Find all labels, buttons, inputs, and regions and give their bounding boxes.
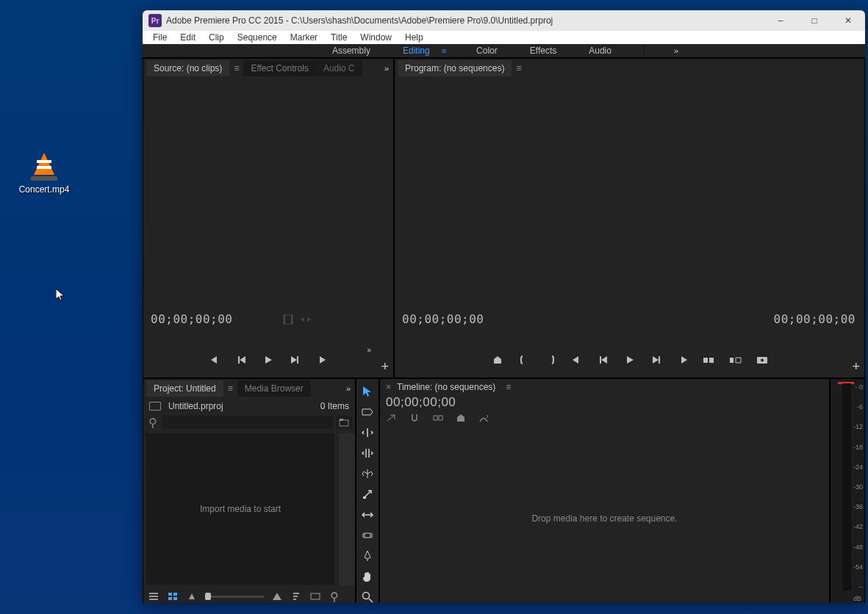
program-add-marker-button[interactable] [491,353,504,366]
sort-button[interactable] [290,590,302,602]
source-step-back-button[interactable] [235,353,248,366]
project-search-input[interactable] [162,416,333,429]
tab-source[interactable]: Source: (no clips) [146,60,229,76]
snap-icon[interactable] [409,413,420,423]
menu-title[interactable]: Title [325,31,353,44]
program-timecode-left[interactable]: 00;00;00;00 [402,312,484,326]
svg-rect-17 [363,496,366,499]
source-transport [143,347,393,373]
tab-effect-controls[interactable]: Effect Controls [243,60,315,76]
source-timecode[interactable]: 00;00;00;00 [151,312,232,326]
program-extract-button[interactable] [729,353,742,366]
slip-tool[interactable] [359,507,376,523]
drag-video-only-icon[interactable] [283,314,293,325]
menu-help[interactable]: Help [399,31,429,44]
tab-audio-clip-mixer[interactable]: Audio C [316,60,362,76]
program-play-button[interactable] [623,353,636,366]
program-step-back-button[interactable] [597,353,610,366]
timeline-panel-menu-icon[interactable]: ≡ [506,382,511,392]
program-panel-menu-icon[interactable]: ≡ [516,63,521,73]
menu-clip[interactable]: Clip [203,31,230,44]
close-button[interactable]: ✕ [831,10,865,31]
program-mark-in-button[interactable] [517,353,531,366]
audio-meter[interactable] [842,383,851,590]
program-go-to-in-button[interactable] [570,353,584,366]
source-play-button[interactable] [262,353,275,366]
thumbnail-zoom-slider[interactable] [205,596,264,598]
icon-view-button[interactable] [167,590,179,602]
timeline-close-tab-icon[interactable]: × [386,382,391,392]
list-view-button[interactable] [148,590,159,602]
find-in-bin-button[interactable] [336,416,352,429]
source-panel-menu-icon[interactable]: ≡ [234,63,239,73]
desktop-file-concert[interactable]: Concert.mp4 [11,153,77,195]
program-step-fwd-button[interactable] [650,353,663,366]
program-add-button[interactable]: + [852,359,860,375]
svg-rect-3 [291,315,293,324]
workspace-drag-handle-icon[interactable]: ≡ [442,46,447,55]
workspace-overflow-button[interactable]: » [674,46,678,55]
workspace-effects[interactable]: Effects [527,44,559,57]
timeline-settings-icon[interactable] [478,413,489,423]
find-button[interactable]: ⚲ [329,590,340,602]
slide-tool[interactable] [359,527,376,543]
zoom-tool[interactable] [359,589,376,603]
selection-tool[interactable] [359,383,376,400]
program-export-frame-button[interactable] [756,353,769,366]
workspace-audio[interactable]: Audio [586,44,614,57]
razor-tool[interactable] [359,486,376,502]
tab-project[interactable]: Project: Untitled [146,380,223,397]
source-mark-in-button[interactable] [209,353,222,366]
project-drop-area[interactable]: Import media to start [146,433,334,585]
svg-rect-4 [703,358,708,363]
ripple-edit-tool[interactable] [359,425,376,441]
menu-sequence[interactable]: Sequence [232,31,283,44]
program-go-to-out-button[interactable] [676,353,689,366]
hand-tool[interactable] [359,568,376,585]
program-mark-out-button[interactable] [544,353,557,366]
project-scrollbar[interactable] [339,433,355,586]
svg-rect-9 [340,420,348,426]
source-mark-out-button[interactable] [315,353,328,366]
titlebar[interactable]: Pr Adobe Premiere Pro CC 2015 - C:\Users… [143,10,865,31]
add-marker-icon[interactable] [456,413,465,422]
tab-media-browser[interactable]: Media Browser [237,380,311,397]
program-lift-button[interactable] [703,353,716,366]
menu-marker[interactable]: Marker [284,31,323,44]
project-tab-overflow-icon[interactable]: » [346,384,351,393]
source-panel: Source: (no clips) ≡ Effect Controls Aud… [143,58,394,378]
auto-sequence-button[interactable] [309,590,321,602]
source-tab-overflow-icon[interactable]: » [384,64,389,73]
app-icon: Pr [148,14,162,27]
track-select-tool[interactable] [359,404,376,420]
workspace-assembly[interactable]: Assembly [329,44,373,57]
minimize-button[interactable]: – [764,10,797,31]
tab-timeline[interactable]: Timeline: (no sequences) [397,382,495,392]
search-icon: ⚲ [146,416,159,430]
timeline-drop-hint: Drop media here to create sequence. [531,513,677,524]
drag-audio-only-icon[interactable] [299,315,312,324]
tab-program[interactable]: Program: (no sequences) [398,60,512,76]
linked-selection-icon[interactable] [433,413,443,422]
svg-rect-21 [439,416,442,420]
svg-rect-11 [168,593,172,596]
svg-rect-5 [709,358,714,363]
menu-edit[interactable]: Edit [174,31,201,44]
source-add-button[interactable]: + [381,359,389,375]
rolling-edit-tool[interactable] [359,445,376,461]
insert-sequence-icon[interactable] [386,413,396,422]
pen-tool[interactable] [359,548,376,564]
maximize-button[interactable]: □ [797,10,831,31]
desktop-file-label: Concert.mp4 [19,184,70,195]
timeline-timecode[interactable]: 00;00;00;00 [386,395,823,410]
source-step-fwd-button[interactable] [288,353,301,366]
workspace-color[interactable]: Color [473,44,501,57]
menu-file[interactable]: File [147,31,173,44]
program-timecode-right[interactable]: 00;00;00;00 [774,312,856,326]
menu-bar: File Edit Clip Sequence Marker Title Win… [143,31,865,44]
rate-stretch-tool[interactable] [359,466,376,482]
timeline-drop-area[interactable]: Drop media here to create sequence. [380,432,829,603]
project-panel-menu-icon[interactable]: ≡ [228,383,233,394]
workspace-editing[interactable]: Editing [400,44,433,57]
menu-window[interactable]: Window [354,31,398,44]
